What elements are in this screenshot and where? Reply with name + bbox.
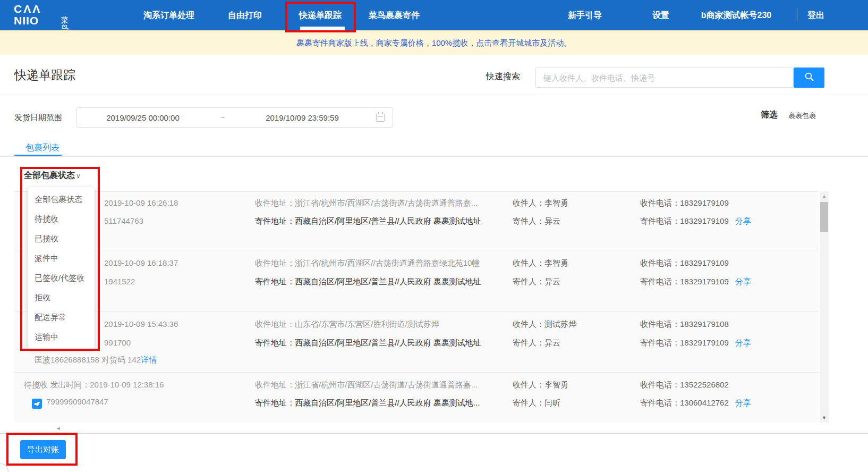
- send-address: 寄件地址：西藏自治区/阿里地区/普兰县//人民政府 裹裹测试地...: [255, 398, 480, 408]
- export-reconciliation-button[interactable]: 导出对账: [20, 440, 66, 459]
- floating-widget-partial[interactable]: [0, 463, 8, 472]
- tracking-number: 1941522: [104, 277, 135, 286]
- nav-item-tracking[interactable]: 快递单跟踪: [294, 0, 347, 30]
- package-time: 2019-10-09 15:43:36: [104, 319, 178, 328]
- sender-name: 寄件人：异云: [513, 338, 560, 348]
- receiver-phone: 收件电话：18329179109: [640, 198, 729, 208]
- tab-row-border: [0, 156, 868, 157]
- date-end-value[interactable]: 2019/10/09 23:59:59: [236, 113, 369, 122]
- logo-cn: 菜鸟: [61, 16, 69, 32]
- dropdown-selected-value: 全部包裹状态: [24, 171, 75, 180]
- receiver-phone: 收件电话：13522526802: [640, 380, 729, 390]
- nav-item-guoguo-ship[interactable]: 菜鸟裹裹寄件: [363, 0, 425, 30]
- tab-package-list[interactable]: 包裹列表: [25, 142, 59, 154]
- dropdown-option-picked-up[interactable]: 已揽收: [28, 229, 95, 248]
- dropdown-option-delivering[interactable]: 派件中: [28, 248, 95, 268]
- share-link[interactable]: 分享: [735, 277, 751, 286]
- package-type-label[interactable]: 裹裹包裹: [788, 111, 816, 121]
- sender-phone: 寄件电话：18329179109分享: [640, 277, 751, 287]
- top-navbar: CΛΛ NIIO 菜鸟 淘系订单处理 自由打印 快递单跟踪 菜鸟裹裹寄件 新手引…: [0, 0, 868, 30]
- pickup-code-line: 匡波18626888158 对货码 142详情: [35, 355, 157, 365]
- dropdown-option-signed[interactable]: 已签收/代签收: [28, 268, 95, 288]
- dropdown-option-rejected[interactable]: 拒收: [28, 288, 95, 307]
- receive-address: 收件地址：浙江省/杭州市/西湖区/古荡街道/古荡街道通普路嘉...: [255, 198, 478, 208]
- scrollbar-thumb[interactable]: [820, 202, 828, 232]
- scroll-left-icon[interactable]: ◂: [57, 425, 60, 432]
- dropdown-option-pending-pickup[interactable]: 待揽收: [28, 209, 95, 229]
- search-icon: [804, 72, 814, 83]
- receiver-name: 收件人：李智勇: [513, 258, 568, 268]
- filter-button[interactable]: 筛选: [761, 109, 778, 121]
- receiver-name: 收件人：李智勇: [513, 198, 568, 208]
- receiver-phone: 收件电话：18329179109: [640, 258, 729, 268]
- sender-phone: 寄件电话：13060412762分享: [640, 398, 751, 408]
- tracking-number: 991700: [104, 338, 131, 347]
- receive-address: 收件地址：浙江省/杭州市/西湖区/古荡街道/古荡街道通普路嘉...: [255, 380, 478, 390]
- detail-link[interactable]: 详情: [141, 355, 157, 364]
- date-range-separator: ~: [209, 113, 236, 122]
- nav-item-free-print[interactable]: 自由打印: [225, 0, 265, 30]
- footer-divider: [0, 433, 868, 434]
- receive-address: 收件地址：山东省/东营市/东营区/胜利街道/测试苏烨: [255, 319, 439, 330]
- package-status-time: 待揽收 发出时间：2019-10-09 12:38:16: [24, 380, 164, 390]
- calendar-icon[interactable]: [376, 114, 385, 122]
- tracking-number: 79999909047847: [46, 397, 108, 406]
- scroll-up-icon[interactable]: ▲: [820, 193, 829, 199]
- date-range-picker[interactable]: 2019/09/25 00:00:00 ~ 2019/10/09 23:59:5…: [76, 107, 393, 128]
- package-time: 2019-10-09 16:18:37: [104, 258, 178, 267]
- sender-name: 寄件人：异云: [513, 216, 560, 226]
- logo-bottom: NIIO: [14, 15, 41, 26]
- sender-name: 寄件人：异云: [513, 277, 560, 287]
- nav-account-name[interactable]: b商家测试帐号230: [699, 0, 773, 30]
- nav-item-settings[interactable]: 设置: [650, 0, 671, 30]
- share-link[interactable]: 分享: [735, 216, 751, 225]
- dropdown-option-delivery-exception[interactable]: 配送异常: [28, 307, 95, 327]
- cainiao-bird-icon: [32, 399, 42, 409]
- date-start-value[interactable]: 2019/09/25 00:00:00: [76, 113, 209, 122]
- send-address: 寄件地址：西藏自治区/阿里地区/普兰县//人民政府 裹裹测试地址: [255, 216, 481, 226]
- receiver-name: 收件人：测试苏烨: [513, 319, 576, 330]
- search-button[interactable]: [794, 68, 824, 88]
- share-link[interactable]: 分享: [735, 398, 751, 407]
- tracking-number: 511744763: [104, 216, 143, 225]
- scroll-down-icon[interactable]: ▼: [820, 415, 829, 420]
- send-address: 寄件地址：西藏自治区/阿里地区/普兰县//人民政府 裹裹测试地址: [255, 277, 481, 287]
- nav-item-beginner-guide[interactable]: 新手引导: [565, 0, 605, 30]
- package-status-dropdown[interactable]: 全部包裹状态∨: [24, 170, 81, 181]
- cainiao-logo[interactable]: CΛΛ NIIO 菜鸟: [14, 3, 41, 26]
- sender-name: 寄件人：闫昕: [513, 398, 560, 408]
- package-row[interactable]: 2019-10-09 15:43:36 991700 匡波18626888158…: [14, 311, 818, 373]
- page-title: 快递单跟踪: [14, 67, 75, 83]
- ship-date-range-label: 发货日期范围: [14, 113, 62, 123]
- package-row[interactable]: 待揽收 发出时间：2019-10-09 12:38:16 79999909047…: [14, 373, 818, 423]
- send-address: 寄件地址：西藏自治区/阿里地区/普兰县//人民政府 裹裹测试地址: [255, 338, 481, 348]
- quick-search-label: 快速搜索: [486, 71, 520, 82]
- package-time: 2019-10-09 16:26:18: [104, 198, 178, 207]
- active-nav-underline: [300, 27, 345, 30]
- receiver-phone: 收件电话：18329179108: [640, 319, 729, 330]
- nav-item-taobao-orders[interactable]: 淘系订单处理: [140, 0, 198, 30]
- dropdown-option-in-transit[interactable]: 运输中: [28, 327, 95, 347]
- vertical-scrollbar[interactable]: ▲ ▼: [820, 191, 829, 423]
- chevron-down-icon: ∨: [76, 172, 81, 180]
- receive-address: 收件地址：浙江省/杭州市/西湖区//古荡街道通普路嘉绿北苑10幢: [255, 258, 480, 268]
- sender-phone: 寄件电话：18329179109分享: [640, 216, 751, 226]
- share-link[interactable]: 分享: [735, 338, 751, 347]
- package-row[interactable]: 2019-10-09 16:26:18 511744763 收件地址：浙江省/杭…: [14, 192, 818, 250]
- search-input[interactable]: [535, 68, 794, 88]
- app-screen: CΛΛ NIIO 菜鸟 淘系订单处理 自由打印 快递单跟踪 菜鸟裹裹寄件 新手引…: [0, 0, 868, 472]
- sender-phone: 寄件电话：18329179109分享: [640, 338, 751, 348]
- package-list: 2019-10-09 16:26:18 511744763 收件地址：浙江省/杭…: [14, 191, 818, 423]
- package-row[interactable]: 2019-10-09 16:18:37 1941522 收件地址：浙江省/杭州市…: [14, 250, 818, 311]
- dropdown-option-all[interactable]: 全部包裹状态: [28, 189, 95, 209]
- status-dropdown-menu: 全部包裹状态 待揽收 已揽收 派件中 已签收/代签收 拒收 配送异常 运输中: [28, 187, 95, 349]
- nav-divider: [797, 9, 797, 22]
- logo-top: CΛΛ: [14, 3, 41, 14]
- receiver-name: 收件人：李智勇: [513, 380, 568, 390]
- promo-banner[interactable]: 裹裹寄件商家版上线，商家专属价格，100%揽收，点击查看开城城市及活动。: [0, 30, 868, 55]
- nav-item-logout[interactable]: 登出: [805, 0, 827, 30]
- header-divider: [0, 95, 868, 95]
- tracking-with-carrier: 79999909047847: [32, 397, 108, 409]
